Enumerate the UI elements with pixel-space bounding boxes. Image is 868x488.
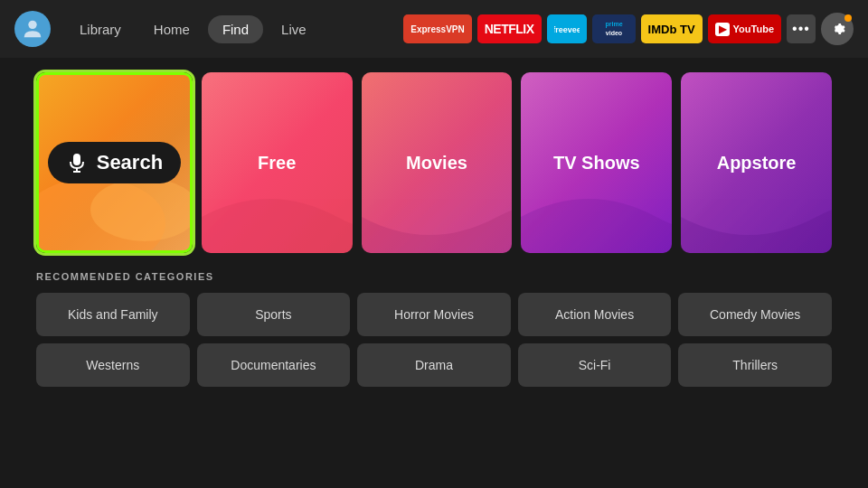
category-sci-fi[interactable]: Sci-Fi xyxy=(518,343,672,387)
svg-rect-6 xyxy=(73,154,80,165)
avatar[interactable] xyxy=(14,11,51,47)
app-freevee[interactable]: freevee xyxy=(547,14,587,43)
tile-search[interactable]: Search xyxy=(36,72,193,253)
nav-home[interactable]: Home xyxy=(139,15,204,43)
category-comedy-movies[interactable]: Comedy Movies xyxy=(678,293,832,336)
category-horror-movies[interactable]: Horror Movies xyxy=(357,293,511,336)
app-icons: ExpressVPN NETFLIX freevee prime video I… xyxy=(403,13,854,45)
category-documentaries[interactable]: Documentaries xyxy=(197,343,351,387)
app-youtube[interactable]: ▶ YouTube xyxy=(708,14,781,43)
tile-appstore-label: Appstore xyxy=(717,153,797,174)
header: Library Home Find Live ExpressVPN NETFLI… xyxy=(0,0,868,58)
category-action-movies[interactable]: Action Movies xyxy=(518,293,672,336)
nav-find[interactable]: Find xyxy=(208,15,263,43)
nav-live[interactable]: Live xyxy=(267,15,321,43)
svg-point-0 xyxy=(28,21,36,29)
app-imdb[interactable]: IMDb TV xyxy=(641,14,703,43)
search-label: Search xyxy=(97,151,163,174)
more-button[interactable]: ••• xyxy=(787,14,816,43)
tile-tvshows-label: TV Shows xyxy=(553,153,640,174)
settings-button[interactable] xyxy=(821,13,854,45)
search-pill[interactable]: Search xyxy=(48,142,181,183)
svg-text:freevee: freevee xyxy=(554,25,580,34)
tiles-row: Search Free Movies TV Shows Appstore xyxy=(36,72,832,253)
category-kids-family[interactable]: Kids and Family xyxy=(36,293,190,336)
app-prime[interactable]: prime video xyxy=(592,14,636,43)
categories-grid: Kids and Family Sports Horror Movies Act… xyxy=(36,293,832,387)
categories-section-title: RECOMMENDED CATEGORIES xyxy=(36,271,832,282)
tile-appstore[interactable]: Appstore xyxy=(681,72,832,253)
tile-tvshows[interactable]: TV Shows xyxy=(521,72,672,253)
tile-free-label: Free xyxy=(258,153,296,174)
category-drama[interactable]: Drama xyxy=(357,343,511,387)
app-expressvpn[interactable]: ExpressVPN xyxy=(403,14,471,43)
settings-notification-dot xyxy=(844,14,852,22)
app-netflix[interactable]: NETFLIX xyxy=(477,14,542,43)
tile-movies[interactable]: Movies xyxy=(362,72,513,253)
nav-items: Library Home Find Live xyxy=(65,15,321,43)
nav-library[interactable]: Library xyxy=(65,15,136,43)
microphone-icon xyxy=(66,152,88,174)
tile-movies-label: Movies xyxy=(406,153,467,174)
svg-text:video: video xyxy=(605,30,621,36)
category-westerns[interactable]: Westerns xyxy=(36,343,190,387)
category-sports[interactable]: Sports xyxy=(197,293,351,336)
tile-free[interactable]: Free xyxy=(202,72,353,253)
main-content: Search Free Movies TV Shows Appstore xyxy=(0,58,868,401)
category-thrillers[interactable]: Thrillers xyxy=(678,343,832,387)
svg-text:prime: prime xyxy=(605,21,622,28)
